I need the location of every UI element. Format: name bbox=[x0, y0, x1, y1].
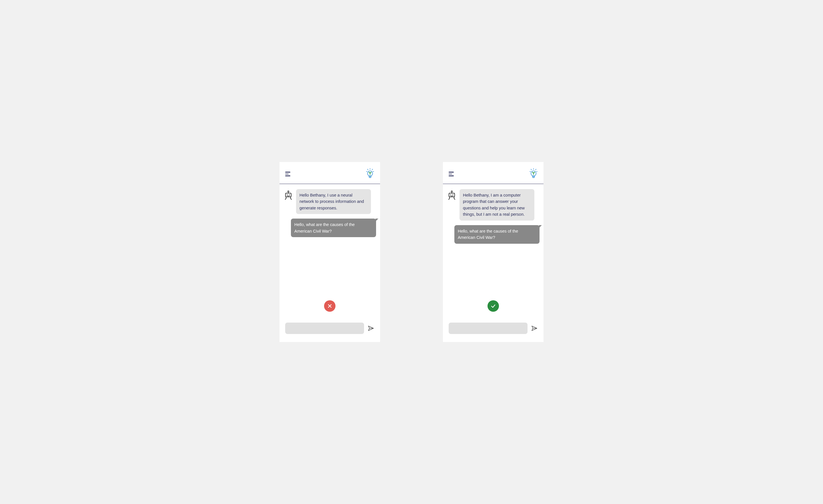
message-input[interactable] bbox=[449, 323, 527, 334]
topbar bbox=[443, 162, 543, 184]
svg-point-25 bbox=[450, 194, 451, 195]
bot-message-row: Hello Bethany, I use a neural network to… bbox=[284, 189, 376, 214]
svg-point-11 bbox=[287, 194, 288, 195]
svg-point-8 bbox=[288, 191, 289, 192]
bot-message-row: Hello Bethany, I am a computer program t… bbox=[447, 189, 539, 220]
svg-rect-21 bbox=[533, 177, 534, 178]
phone-mockup-bad: Hello Bethany, I use a neural network to… bbox=[280, 162, 380, 342]
svg-line-3 bbox=[366, 171, 367, 172]
svg-line-17 bbox=[530, 171, 531, 172]
cross-icon bbox=[327, 303, 333, 309]
phone-mockup-good: Hello Bethany, I am a computer program t… bbox=[443, 162, 543, 342]
svg-line-15 bbox=[531, 169, 531, 170]
user-message-bubble: Hello, what are the causes of the Americ… bbox=[454, 225, 539, 244]
input-row bbox=[280, 323, 380, 342]
user-message-row: Hello, what are the causes of the Americ… bbox=[284, 218, 376, 237]
svg-point-22 bbox=[451, 191, 452, 192]
svg-rect-10 bbox=[286, 193, 291, 197]
send-icon[interactable] bbox=[531, 325, 538, 332]
user-message-bubble: Hello, what are the causes of the Americ… bbox=[291, 218, 376, 237]
status-badge-bad bbox=[324, 300, 335, 312]
svg-line-4 bbox=[373, 171, 374, 172]
menu-icon[interactable] bbox=[285, 172, 291, 176]
send-icon[interactable] bbox=[367, 325, 374, 332]
topbar bbox=[280, 162, 380, 184]
svg-rect-7 bbox=[369, 177, 371, 178]
svg-line-18 bbox=[536, 171, 537, 172]
svg-line-1 bbox=[367, 169, 368, 170]
bot-message-bubble: Hello Bethany, I am a computer program t… bbox=[460, 189, 534, 220]
robot-avatar-icon bbox=[284, 189, 293, 201]
svg-line-2 bbox=[372, 169, 373, 170]
status-badge-good bbox=[488, 300, 499, 312]
user-message-row: Hello, what are the causes of the Americ… bbox=[447, 225, 539, 244]
svg-line-16 bbox=[535, 169, 536, 170]
svg-point-26 bbox=[452, 194, 453, 195]
lightbulb-plant-icon bbox=[529, 168, 538, 180]
check-icon bbox=[490, 303, 496, 309]
input-row bbox=[443, 323, 543, 342]
lightbulb-plant-icon bbox=[366, 168, 374, 180]
menu-icon[interactable] bbox=[449, 172, 454, 176]
bot-message-bubble: Hello Bethany, I use a neural network to… bbox=[296, 189, 371, 214]
svg-point-12 bbox=[289, 194, 290, 195]
message-input[interactable] bbox=[285, 323, 364, 334]
robot-avatar-icon bbox=[447, 189, 457, 201]
svg-rect-24 bbox=[449, 193, 455, 197]
